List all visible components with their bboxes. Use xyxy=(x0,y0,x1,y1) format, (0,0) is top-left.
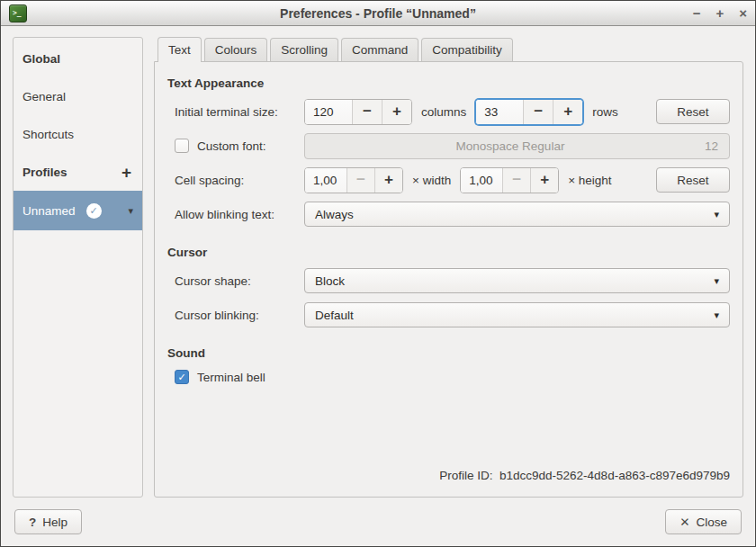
columns-increment-icon[interactable]: + xyxy=(382,100,411,124)
window-controls: − + × xyxy=(693,6,747,20)
text-tab-page: Text Appearance Initial terminal size: 1… xyxy=(154,61,743,498)
sidebar-item-global[interactable]: Global xyxy=(14,40,142,77)
rows-value-input[interactable]: 33 xyxy=(476,100,523,124)
cell-width-value-input[interactable]: 1,00 xyxy=(305,168,346,193)
main-area: Global General Shortcuts Profiles + Unna… xyxy=(1,26,755,498)
font-chooser-button: Monospace Regular 12 xyxy=(304,133,730,159)
preferences-window: >_ Preferences - Profile “Unnamed” − + ×… xyxy=(0,0,756,547)
tab-compatibility[interactable]: Compatibility xyxy=(421,38,512,61)
window-title: Preferences - Profile “Unnamed” xyxy=(1,6,755,21)
close-button-label: Close xyxy=(696,516,727,529)
cursor-header: Cursor xyxy=(167,244,730,262)
rows-increment-icon[interactable]: + xyxy=(553,100,582,124)
terminal-bell-row: ✓ Terminal bell xyxy=(175,364,730,390)
allow-blinking-text-dropdown[interactable]: Always ▾ xyxy=(304,202,730,227)
sidebar-item-shortcuts[interactable]: Shortcuts xyxy=(14,115,142,153)
cell-spacing-label: Cell spacing: xyxy=(175,174,304,187)
allow-blinking-text-value: Always xyxy=(315,208,354,221)
chevron-down-icon: ▾ xyxy=(714,309,719,321)
titlebar: >_ Preferences - Profile “Unnamed” − + × xyxy=(1,1,755,26)
sidebar-shortcuts-label: Shortcuts xyxy=(22,128,74,141)
rows-spinner[interactable]: 33 − + xyxy=(475,99,583,125)
reset-size-button[interactable]: Reset xyxy=(656,99,730,124)
cursor-shape-row: Cursor shape: Block ▾ xyxy=(175,264,730,298)
cell-height-spinner[interactable]: 1,00 − + xyxy=(460,167,559,193)
help-icon: ? xyxy=(29,516,36,529)
columns-value-input[interactable]: 120 xyxy=(305,100,352,124)
help-button[interactable]: ? Help xyxy=(14,509,82,534)
cell-height-decrement-icon[interactable]: − xyxy=(502,168,530,193)
terminal-bell-label: Terminal bell xyxy=(197,371,266,384)
cell-width-spinner[interactable]: 1,00 − + xyxy=(304,167,403,193)
tab-text[interactable]: Text xyxy=(158,37,202,62)
columns-unit-label: columns xyxy=(421,105,466,119)
close-icon: ✕ xyxy=(680,515,689,529)
close-button[interactable]: ✕ Close xyxy=(665,509,742,534)
profile-id-label: Profile ID: xyxy=(439,469,492,482)
cursor-blinking-value: Default xyxy=(315,309,354,322)
sidebar-general-label: General xyxy=(22,90,66,103)
font-name-label: Monospace Regular xyxy=(316,139,705,153)
cursor-shape-value: Block xyxy=(315,274,345,288)
initial-terminal-size-row: Initial terminal size: 120 − + columns 3… xyxy=(175,94,730,129)
columns-decrement-icon[interactable]: − xyxy=(352,100,382,124)
minimize-icon[interactable]: − xyxy=(693,6,701,20)
maximize-icon[interactable]: + xyxy=(716,6,724,20)
close-window-icon[interactable]: × xyxy=(739,6,747,20)
chevron-down-icon: ▾ xyxy=(714,275,719,287)
cursor-shape-dropdown[interactable]: Block ▾ xyxy=(304,268,730,293)
custom-font-label: Custom font: xyxy=(197,139,266,153)
sidebar-item-profiles[interactable]: Profiles + xyxy=(14,153,142,191)
action-bar: ? Help ✕ Close xyxy=(1,498,755,546)
cell-width-unit-label: × width xyxy=(412,174,451,187)
allow-blinking-text-row: Allow blinking text: Always ▾ xyxy=(175,197,730,231)
sidebar-item-profile-unnamed[interactable]: Unnamed ✓ ▾ xyxy=(14,191,142,230)
cell-width-decrement-icon[interactable]: − xyxy=(346,168,374,193)
chevron-down-icon: ▾ xyxy=(714,209,719,220)
columns-spinner[interactable]: 120 − + xyxy=(304,99,412,125)
sound-header: Sound xyxy=(167,345,730,363)
terminal-app-icon: >_ xyxy=(9,4,27,22)
profile-menu-chevron-icon[interactable]: ▾ xyxy=(128,206,133,216)
custom-font-checkbox[interactable] xyxy=(175,139,189,153)
cell-height-value-input[interactable]: 1,00 xyxy=(461,168,502,193)
reset-cell-spacing-button[interactable]: Reset xyxy=(656,167,730,193)
cursor-blinking-row: Cursor blinking: Default ▾ xyxy=(175,298,730,332)
tab-scrolling[interactable]: Scrolling xyxy=(270,38,338,61)
tab-bar: Text Colours Scrolling Command Compatibi… xyxy=(154,37,743,61)
sidebar-item-general[interactable]: General xyxy=(14,77,142,115)
rows-decrement-icon[interactable]: − xyxy=(523,100,553,124)
text-appearance-header: Text Appearance xyxy=(167,75,730,93)
default-profile-check-icon: ✓ xyxy=(86,203,102,219)
add-profile-icon[interactable]: + xyxy=(122,164,131,181)
sidebar: Global General Shortcuts Profiles + Unna… xyxy=(13,37,143,498)
custom-font-row: Custom font: Monospace Regular 12 xyxy=(175,129,730,163)
cursor-shape-label: Cursor shape: xyxy=(175,274,304,288)
notebook: Text Colours Scrolling Command Compatibi… xyxy=(154,37,743,498)
terminal-prompt-glyph: >_ xyxy=(13,10,22,17)
allow-blinking-text-label: Allow blinking text: xyxy=(175,208,304,221)
cell-spacing-row: Cell spacing: 1,00 − + × width 1,00 − + … xyxy=(175,163,730,197)
initial-terminal-size-label: Initial terminal size: xyxy=(175,105,304,119)
help-button-label: Help xyxy=(42,516,68,529)
sidebar-profiles-label: Profiles xyxy=(22,166,68,179)
rows-unit-label: rows xyxy=(592,105,618,119)
cursor-blinking-dropdown[interactable]: Default ▾ xyxy=(304,302,730,327)
cell-width-increment-icon[interactable]: + xyxy=(374,168,402,193)
terminal-bell-checkbox[interactable]: ✓ xyxy=(175,370,189,384)
profile-id-value: b1dcc9dd-5262-4d8d-a863-c897e6d979b9 xyxy=(500,469,730,482)
cell-height-unit-label: × height xyxy=(568,174,611,187)
cell-height-increment-icon[interactable]: + xyxy=(530,168,558,193)
font-size-label: 12 xyxy=(705,139,718,153)
sidebar-global-label: Global xyxy=(22,52,60,66)
profile-name-label: Unnamed xyxy=(22,204,76,218)
tab-command[interactable]: Command xyxy=(341,38,418,61)
tab-colours[interactable]: Colours xyxy=(204,38,268,61)
profile-id: Profile ID: b1dcc9dd-5262-4d8d-a863-c897… xyxy=(167,469,730,488)
cursor-blinking-label: Cursor blinking: xyxy=(175,309,304,322)
